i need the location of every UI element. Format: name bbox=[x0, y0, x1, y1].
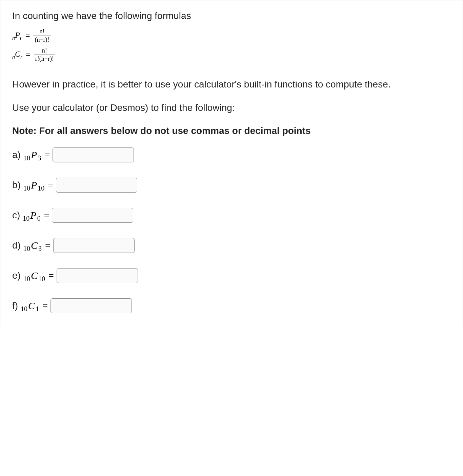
comb-r: r bbox=[20, 54, 22, 60]
perm-sym: P bbox=[15, 31, 20, 39]
comb-n: n bbox=[12, 54, 15, 60]
question-c-math: 10 P 0 bbox=[23, 210, 40, 221]
perm-r: r bbox=[20, 35, 22, 41]
paragraph-practice: However in practice, it is better to use… bbox=[12, 78, 451, 92]
question-b-math: 10 P 10 bbox=[23, 179, 44, 191]
question-a-r: 3 bbox=[38, 154, 41, 162]
question-f: f) 10 C 1 = bbox=[12, 298, 451, 313]
perm-fraction: n! (n−r)! bbox=[33, 28, 51, 43]
comb-fraction: n! r!(n−r)! bbox=[34, 47, 55, 63]
question-c-label: c) bbox=[12, 210, 20, 221]
question-f-eq: = bbox=[42, 300, 48, 311]
perm-eq: = bbox=[25, 31, 30, 40]
permutation-formula: nPr = n! (n−r)! bbox=[12, 28, 451, 43]
question-d-n: 10 bbox=[23, 245, 30, 253]
answer-input-c[interactable] bbox=[52, 208, 133, 223]
question-f-r: 1 bbox=[36, 305, 39, 313]
question-e-eq: = bbox=[48, 270, 54, 281]
question-e-label: e) bbox=[12, 270, 21, 281]
question-b-sym: P bbox=[31, 179, 37, 191]
question-d-eq: = bbox=[45, 240, 51, 251]
question-d-sym: C bbox=[31, 240, 38, 251]
comb-numerator: n! bbox=[41, 47, 48, 55]
question-a-math: 10 P 3 bbox=[23, 149, 41, 161]
perm-numerator: n! bbox=[38, 28, 46, 36]
question-d-label: d) bbox=[12, 240, 21, 251]
question-e: e) 10 C 10 = bbox=[12, 268, 451, 283]
question-a-eq: = bbox=[44, 150, 50, 160]
question-c-eq: = bbox=[44, 210, 49, 221]
question-a-n: 10 bbox=[23, 154, 30, 162]
question-c-n: 10 bbox=[23, 215, 29, 222]
question-f-label: f) bbox=[12, 300, 18, 311]
question-b-label: b) bbox=[12, 180, 21, 191]
question-d-r: 3 bbox=[38, 245, 42, 253]
question-b-n: 10 bbox=[23, 184, 30, 192]
answer-input-f[interactable] bbox=[51, 298, 132, 313]
perm-n: n bbox=[12, 35, 15, 41]
answer-input-b[interactable] bbox=[56, 178, 137, 193]
question-container: In counting we have the following formul… bbox=[0, 0, 463, 327]
formula-block: nPr = n! (n−r)! nCr = n! r!(n−r)! bbox=[12, 28, 451, 62]
question-a-sym: P bbox=[31, 149, 37, 161]
question-a-label: a) bbox=[12, 150, 21, 160]
question-b-r: 10 bbox=[38, 184, 44, 192]
question-e-sym: C bbox=[31, 270, 38, 281]
comb-sym: C bbox=[15, 49, 20, 58]
answer-input-d[interactable] bbox=[53, 238, 135, 253]
comb-denominator: r!(n−r)! bbox=[34, 55, 55, 62]
question-e-n: 10 bbox=[23, 275, 30, 283]
question-f-n: 10 bbox=[21, 305, 27, 313]
question-e-math: 10 C 10 bbox=[23, 270, 45, 281]
answer-input-a[interactable] bbox=[53, 147, 134, 162]
paragraph-instruction: Use your calculator (or Desmos) to find … bbox=[12, 101, 451, 115]
comb-eq: = bbox=[26, 50, 31, 59]
question-a: a) 10 P 3 = bbox=[12, 147, 451, 162]
question-c: c) 10 P 0 = bbox=[12, 208, 451, 223]
question-f-sym: C bbox=[28, 300, 35, 312]
question-b: b) 10 P 10 = bbox=[12, 178, 451, 193]
question-f-math: 10 C 1 bbox=[21, 300, 39, 312]
question-e-r: 10 bbox=[38, 275, 45, 283]
question-d-math: 10 C 3 bbox=[23, 240, 42, 251]
question-b-eq: = bbox=[48, 180, 53, 191]
note-text: Note: For all answers below do not use c… bbox=[12, 124, 451, 138]
answer-input-e[interactable] bbox=[57, 268, 138, 283]
combination-formula: nCr = n! r!(n−r)! bbox=[12, 47, 451, 63]
intro-text: In counting we have the following formul… bbox=[12, 11, 451, 21]
question-c-sym: P bbox=[30, 210, 36, 221]
question-d: d) 10 C 3 = bbox=[12, 238, 451, 253]
question-c-r: 0 bbox=[37, 215, 41, 222]
perm-denominator: (n−r)! bbox=[33, 36, 51, 43]
